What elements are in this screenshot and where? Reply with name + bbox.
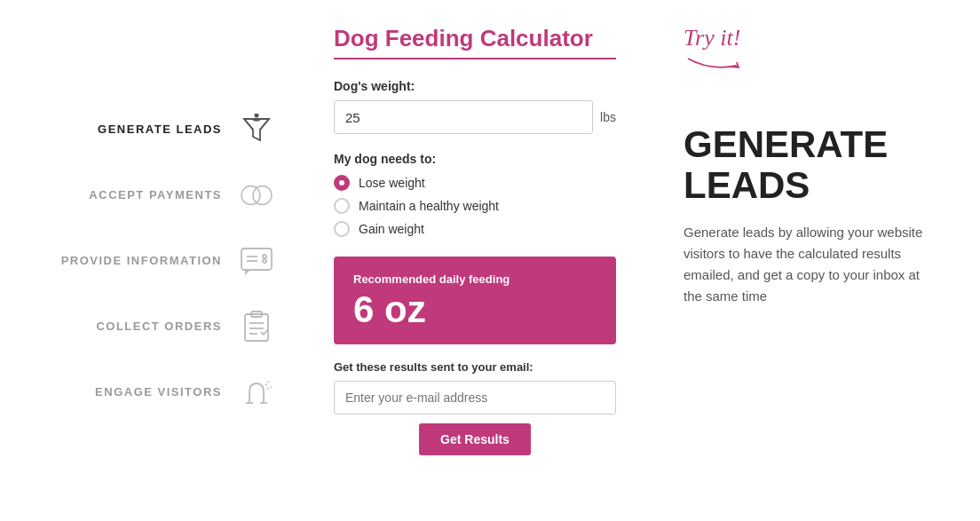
svg-rect-6 bbox=[241, 249, 272, 270]
sidebar-item-collect-orders[interactable]: COLLECT ORDERS bbox=[27, 308, 275, 345]
radio-label-maintain: Maintain a healthy weight bbox=[359, 199, 499, 213]
svg-line-2 bbox=[260, 119, 269, 130]
weight-input[interactable] bbox=[334, 100, 593, 134]
svg-marker-0 bbox=[244, 119, 269, 140]
try-it-label: Try it! bbox=[684, 25, 740, 51]
sidebar-item-engage-visitors[interactable]: ENGAGE VISITORS bbox=[27, 374, 275, 411]
svg-line-1 bbox=[244, 119, 253, 130]
funnel-icon bbox=[238, 111, 275, 148]
right-panel: Try it! GENERATE LEADS Generate leads by… bbox=[648, 0, 980, 521]
svg-point-5 bbox=[253, 186, 272, 204]
email-input[interactable] bbox=[334, 381, 616, 414]
svg-point-3 bbox=[255, 114, 259, 118]
svg-point-9 bbox=[263, 255, 266, 258]
svg-point-4 bbox=[241, 186, 260, 204]
radio-circle-gain bbox=[334, 221, 350, 237]
radio-label-gain: Gain weight bbox=[359, 222, 424, 236]
calc-divider bbox=[334, 58, 616, 59]
try-it-arrow-icon bbox=[684, 55, 746, 78]
radio-label-lose: Lose weight bbox=[359, 176, 425, 190]
radio-lose-weight[interactable]: Lose weight bbox=[334, 175, 616, 191]
clipboard-icon bbox=[238, 308, 275, 345]
radio-gain-weight[interactable]: Gain weight bbox=[334, 221, 616, 237]
get-results-button[interactable]: Get Results bbox=[419, 423, 531, 455]
radio-circle-maintain bbox=[334, 198, 350, 214]
svg-line-19 bbox=[267, 387, 272, 389]
svg-rect-11 bbox=[245, 314, 268, 341]
svg-point-10 bbox=[263, 259, 266, 263]
payments-icon bbox=[238, 177, 275, 214]
result-value: 6 oz bbox=[353, 291, 597, 328]
sidebar-item-accept-payments[interactable]: ACCEPT PAYMENTS bbox=[27, 177, 275, 214]
weight-label: Dog's weight: bbox=[334, 79, 616, 93]
email-label: Get these results sent to your email: bbox=[334, 360, 616, 374]
sidebar-item-generate-leads[interactable]: GENERATE LEADS bbox=[27, 111, 275, 148]
magnet-icon bbox=[238, 374, 275, 411]
calculator-panel: Dog Feeding Calculator Dog's weight: lbs… bbox=[302, 0, 648, 521]
sidebar: GENERATE LEADS ACCEPT PAYMENTS PROVIDE I… bbox=[0, 0, 302, 521]
generate-leads-heading: GENERATE LEADS bbox=[684, 124, 944, 206]
radio-maintain-weight[interactable]: Maintain a healthy weight bbox=[334, 198, 616, 214]
radio-circle-lose bbox=[334, 175, 350, 191]
settings-chat-icon bbox=[238, 242, 275, 280]
calc-title: Dog Feeding Calculator bbox=[334, 25, 616, 52]
weight-row: lbs bbox=[334, 100, 616, 134]
weight-unit: lbs bbox=[600, 110, 616, 124]
radio-group: Lose weight Maintain a healthy weight Ga… bbox=[334, 175, 616, 237]
result-box: Recommended daily feeding 6 oz bbox=[334, 257, 616, 344]
generate-leads-description: Generate leads by allowing your website … bbox=[684, 222, 932, 307]
sidebar-item-provide-information[interactable]: PROVIDE INFORMATION bbox=[27, 242, 275, 280]
needs-label: My dog needs to: bbox=[334, 152, 616, 166]
result-title: Recommended daily feeding bbox=[353, 272, 597, 286]
svg-line-18 bbox=[265, 382, 269, 385]
